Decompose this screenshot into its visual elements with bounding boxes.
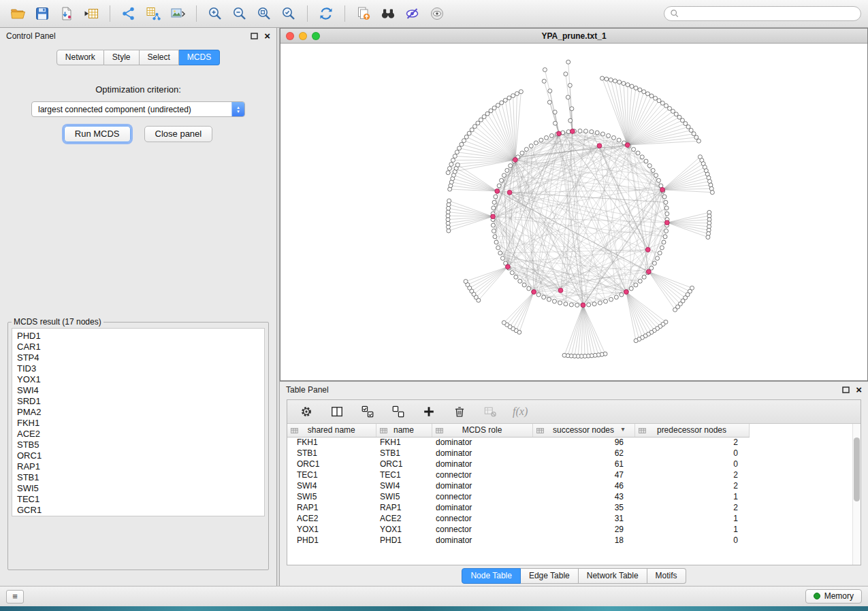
status-bar: ≡ Memory: [0, 586, 868, 606]
table-row[interactable]: STB1STB1dominator620: [287, 448, 757, 459]
toolbar-separator: [307, 5, 308, 22]
new-network-button[interactable]: [118, 3, 140, 24]
search-input[interactable]: [683, 9, 855, 18]
open-folder-icon: [10, 5, 26, 22]
result-item[interactable]: ORC1: [17, 450, 264, 461]
trash-icon: [453, 405, 466, 418]
criterion-dropdown[interactable]: largest connected component (undirected)…: [31, 101, 245, 117]
zoom-fit-button[interactable]: [253, 3, 275, 24]
toolbar-separator: [344, 5, 345, 22]
table-row[interactable]: ACE2ACE2connector311: [287, 513, 757, 524]
float-table-panel-icon[interactable]: [842, 386, 850, 393]
column-header-predecessor-nodes[interactable]: predecessor nodes: [634, 424, 749, 437]
column-header-shared-name[interactable]: shared name: [287, 424, 376, 437]
table-settings-button[interactable]: [298, 403, 315, 420]
node-table-area: shared namenameMCDS rolesuccessor nodes▾…: [287, 424, 861, 565]
select-all-button[interactable]: [359, 403, 376, 420]
result-item[interactable]: FKH1: [17, 418, 264, 429]
tab-network[interactable]: Network: [57, 50, 104, 65]
result-item[interactable]: RAP1: [17, 461, 264, 472]
table-scrollbar[interactable]: [852, 424, 861, 565]
close-table-panel-icon[interactable]: ×: [856, 386, 862, 393]
table-row[interactable]: SWI4SWI4dominator462: [287, 480, 757, 491]
toolbar-search: [664, 6, 861, 21]
table-row[interactable]: FKH1FKH1dominator962: [287, 437, 757, 448]
memory-button[interactable]: Memory: [805, 589, 862, 604]
desktop-wallpaper-strip: [0, 606, 868, 611]
table-tab-node-table[interactable]: Node Table: [462, 568, 521, 584]
result-item[interactable]: SWI4: [17, 385, 264, 396]
function-builder-button[interactable]: f(x): [513, 406, 528, 418]
close-panel-button[interactable]: Close panel: [144, 126, 213, 142]
table-panel-titlebar: Table Panel ×: [280, 382, 868, 398]
tab-select[interactable]: Select: [140, 50, 179, 65]
result-item[interactable]: TEC1: [17, 494, 264, 505]
refresh-icon: [318, 5, 334, 22]
table-row[interactable]: RAP1RAP1dominator352: [287, 502, 757, 513]
control-tabs: NetworkStyleSelectMCDS: [57, 50, 220, 65]
scrollbar-thumb[interactable]: [854, 437, 860, 501]
table-row[interactable]: SWI5SWI5connector431: [287, 491, 757, 502]
network-canvas[interactable]: [280, 44, 867, 380]
refresh-button[interactable]: [315, 3, 337, 24]
result-item[interactable]: CAR1: [17, 342, 264, 352]
network-titlebar: YPA_prune.txt_1: [280, 29, 867, 44]
save-button[interactable]: [31, 3, 53, 24]
float-panel-icon[interactable]: [251, 33, 258, 39]
column-grid-icon: [639, 427, 646, 434]
result-item[interactable]: GCR1: [17, 505, 264, 516]
open-folder-button[interactable]: [7, 3, 29, 24]
result-item[interactable]: YOX1: [17, 374, 264, 385]
delete-row-button[interactable]: [451, 403, 468, 420]
table-tab-network-table[interactable]: Network Table: [579, 568, 647, 584]
tab-style[interactable]: Style: [104, 50, 140, 65]
result-item[interactable]: ACE2: [17, 429, 264, 440]
copy-share-button[interactable]: [353, 3, 374, 24]
network-svg[interactable]: [280, 44, 867, 380]
window-close-icon[interactable]: [286, 32, 294, 40]
clear-selection-button[interactable]: [390, 403, 406, 420]
table-tab-edge-table[interactable]: Edge Table: [521, 568, 579, 584]
result-item[interactable]: STB5: [17, 440, 264, 450]
column-header-MCDS-role[interactable]: MCDS role: [432, 424, 532, 437]
window-minimize-icon[interactable]: [299, 32, 307, 40]
result-item[interactable]: SWI5: [17, 483, 264, 494]
add-row-button[interactable]: [421, 403, 437, 420]
import-network-icon: [59, 5, 75, 22]
window-zoom-icon[interactable]: [312, 32, 320, 40]
zoom-in-button[interactable]: [204, 3, 226, 24]
disabled-table-icon: [483, 405, 497, 418]
table-row[interactable]: PHD1PHD1dominator180: [287, 535, 757, 546]
show-details-button[interactable]: [426, 3, 448, 24]
table-tab-motifs[interactable]: Motifs: [647, 568, 686, 584]
hide-details-button[interactable]: [402, 3, 423, 24]
column-header-name[interactable]: name: [376, 424, 432, 437]
split-columns-button[interactable]: [329, 403, 345, 420]
close-panel-icon[interactable]: ×: [264, 33, 270, 39]
table-row[interactable]: YOX1YOX1connector291: [287, 524, 757, 535]
right-area: YPA_prune.txt_1 Table Panel: [280, 28, 868, 586]
result-item[interactable]: STP4: [17, 352, 264, 363]
column-grid-icon: [536, 427, 544, 434]
table-row[interactable]: TEC1TEC1connector472: [287, 469, 757, 480]
zoom-out-button[interactable]: [229, 3, 251, 24]
import-table-button[interactable]: [80, 3, 102, 24]
network-from-table-button[interactable]: [142, 3, 164, 24]
run-mcds-button[interactable]: Run MCDS: [64, 126, 131, 142]
column-header-successor-nodes[interactable]: successor nodes▾: [532, 424, 634, 437]
result-item[interactable]: STB1: [17, 472, 264, 483]
zoom-selected-button[interactable]: [278, 3, 300, 24]
table-row[interactable]: ORC1ORC1dominator610: [287, 459, 757, 469]
copy-share-icon: [355, 5, 372, 22]
result-item[interactable]: PMA2: [17, 407, 264, 418]
result-item[interactable]: TID3: [17, 363, 264, 374]
export-image-button[interactable]: [167, 3, 189, 24]
task-history-button[interactable]: ≡: [6, 590, 24, 604]
table-frame: f(x) shared namenameMCDS rolesuccessor n…: [287, 399, 861, 565]
result-item[interactable]: SRD1: [17, 396, 264, 407]
tab-mcds[interactable]: MCDS: [179, 50, 220, 65]
result-item[interactable]: PHD1: [17, 331, 264, 342]
import-network-button[interactable]: [56, 3, 78, 24]
control-panel-title: Control Panel: [6, 31, 56, 41]
search-binoculars-button[interactable]: [377, 3, 399, 24]
